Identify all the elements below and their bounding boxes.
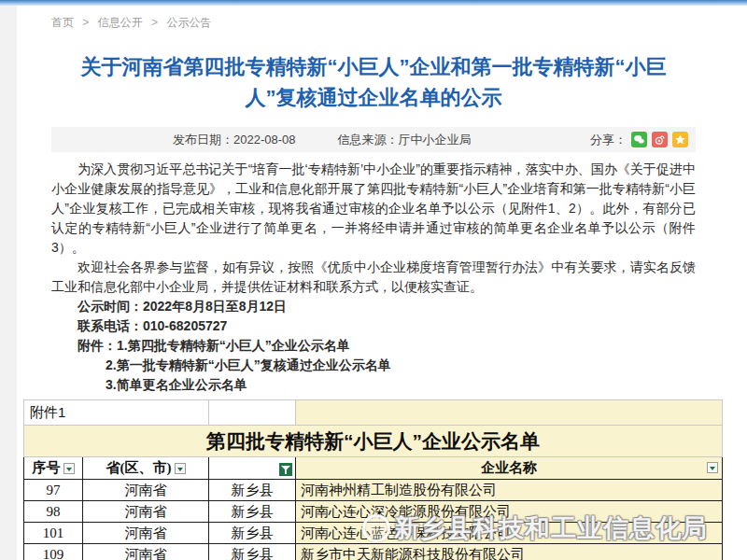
table-cell: 新乡县 — [209, 480, 296, 501]
breadcrumb-separator: > — [151, 16, 158, 29]
sheet-corner-row: 附件1 — [24, 400, 723, 426]
breadcrumb-separator: > — [82, 16, 89, 29]
table-cell: 新乡市中天新能源科技股份有限公司 — [296, 544, 723, 560]
breadcrumb-notice-link[interactable]: 公示公告 — [166, 16, 211, 29]
table-cell: 新乡县 — [209, 501, 296, 523]
favorite-star-icon[interactable] — [672, 132, 688, 147]
table-row: 97河南省新乡县河南神州精工制造股份有限公司 — [24, 480, 723, 501]
table-cell: 河南省 — [83, 501, 209, 523]
publish-date: 发布日期：2022-08-08 — [173, 132, 296, 148]
table-cell: 河南省 — [83, 544, 209, 560]
table-cell: 河南省 — [83, 480, 209, 501]
table-cell: 河南心连心蓝色环保科技有限公司 — [296, 523, 723, 544]
attachment-item-1: 1.第四批专精特新“小巨人”企业公示名单 — [117, 338, 350, 353]
column-header-index: 序号 — [24, 457, 83, 480]
table-row: 98河南省新乡县河南心连心深冷能源股份有限公司 — [24, 501, 723, 523]
publish-date-value: 2022-08-08 — [233, 133, 296, 147]
info-source-label: 信息来源： — [338, 133, 399, 147]
attachment-table: 附件1 第四批专精特新“小巨人”企业公示名单 序号 省(区、市) 企业名称 97… — [23, 399, 722, 560]
breadcrumb: 首页 > 信息公开 > 公示公告 — [0, 6, 747, 31]
article-body: 为深入贯彻习近平总书记关于“培育一批‘专精特新’中小企业”的重要指示精神，落实中… — [51, 160, 696, 416]
table-title: 第四批专精特新“小巨人”企业公示名单 — [24, 426, 723, 457]
table-cell: 101 — [24, 523, 83, 544]
notice-time: 公示时间：2022年8月8日至8月12日 — [51, 297, 696, 316]
attachment-label: 附件： — [78, 338, 117, 353]
table-title-row: 第四批专精特新“小巨人”企业公示名单 — [24, 426, 723, 457]
sheet-empty-cell — [296, 400, 723, 426]
table-row: 101河南省新乡县河南心连心蓝色环保科技有限公司 — [24, 523, 723, 544]
column-header-county — [209, 457, 296, 480]
table-cell: 97 — [24, 480, 83, 501]
top-nav-edge — [0, 0, 747, 6]
column-header-label: 省(区、市) — [106, 460, 172, 475]
filter-active-icon[interactable] — [279, 463, 292, 476]
article-paragraph: 欢迎社会各界参与监督，如有异议，按照《优质中小企业梯度培育管理暂行办法》中有关要… — [51, 258, 696, 297]
page-title: 关于河南省第四批专精特新“小巨人”企业和第一批专精特新“小巨人”复核通过企业名单… — [71, 51, 676, 113]
sheet-empty-cell — [209, 400, 296, 426]
info-source-value: 厅中小企业局 — [399, 133, 472, 147]
sheet-corner-label: 附件1 — [24, 400, 209, 426]
table-header-row: 序号 省(区、市) 企业名称 — [24, 457, 723, 480]
attachment-list: 附件：1.第四批专精特新“小巨人”企业公示名单 2.第一批专精特新“小巨人”复核… — [51, 336, 696, 395]
contact-phone: 联系电话：010-68205727 — [51, 316, 696, 336]
filter-dropdown-icon[interactable] — [63, 463, 75, 474]
attachment-item-2: 2.第一批专精特新“小巨人”复核通过企业公示名单 — [51, 356, 696, 375]
table-body: 97河南省新乡县河南神州精工制造股份有限公司98河南省新乡县河南心连心深冷能源股… — [24, 480, 723, 560]
table-cell: 河南省 — [83, 523, 209, 544]
attachment-item-3: 3.简单更名企业公示名单 — [51, 375, 696, 395]
breadcrumb-info-link[interactable]: 信息公开 — [98, 16, 143, 29]
weibo-icon[interactable] — [652, 132, 668, 147]
meta-bar: 发布日期：2022-08-08 信息来源：厅中小企业局 分享： — [51, 127, 696, 152]
table-cell: 河南心连心深冷能源股份有限公司 — [296, 501, 723, 523]
article-paragraph: 为深入贯彻习近平总书记关于“培育一批‘专精特新’中小企业”的重要指示精神，落实中… — [51, 160, 696, 258]
info-source: 信息来源：厅中小企业局 — [338, 132, 472, 148]
filter-dropdown-icon[interactable] — [707, 462, 718, 473]
table-cell: 98 — [24, 501, 83, 523]
column-header-label: 序号 — [33, 460, 61, 475]
wechat-icon[interactable] — [631, 132, 647, 147]
page-left-gutter — [0, 0, 17, 560]
attachment-item: 附件：1.第四批专精特新“小巨人”企业公示名单 — [51, 336, 696, 356]
publish-date-label: 发布日期： — [173, 133, 233, 147]
table-row: 109河南省新乡县新乡市中天新能源科技股份有限公司 — [24, 544, 723, 560]
share-bar: 分享： — [590, 132, 696, 148]
table-cell: 新乡县 — [209, 523, 296, 544]
table-cell: 109 — [24, 544, 83, 560]
column-header-label: 企业名称 — [481, 460, 537, 475]
share-label: 分享： — [590, 132, 627, 148]
column-header-province: 省(区、市) — [83, 457, 209, 480]
table-cell: 河南神州精工制造股份有限公司 — [296, 480, 723, 501]
column-header-company: 企业名称 — [296, 457, 723, 480]
breadcrumb-home-link[interactable]: 首页 — [51, 16, 74, 29]
filter-dropdown-icon[interactable] — [175, 463, 186, 474]
table-cell: 新乡县 — [209, 544, 296, 560]
